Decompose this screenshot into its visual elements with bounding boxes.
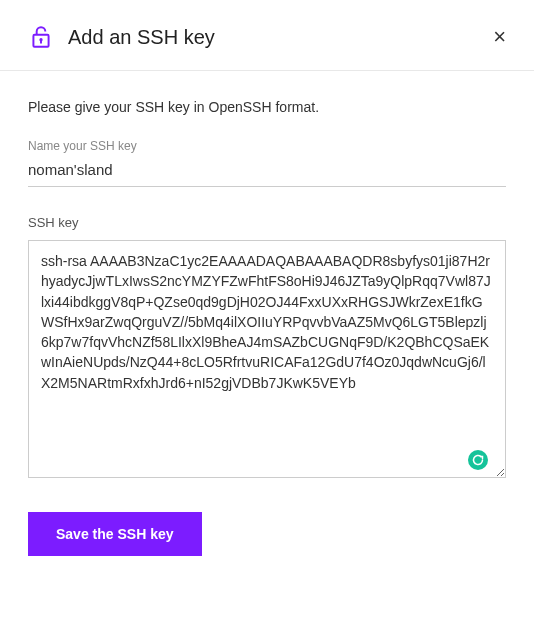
ssh-key-name-input[interactable]: [28, 157, 506, 187]
add-ssh-key-modal: Add an SSH key × Please give your SSH ke…: [0, 0, 534, 619]
save-ssh-key-button[interactable]: Save the SSH key: [28, 512, 202, 556]
modal-body: Please give your SSH key in OpenSSH form…: [0, 71, 534, 619]
unlock-key-icon: [28, 24, 54, 50]
modal-title: Add an SSH key: [68, 26, 493, 49]
close-button[interactable]: ×: [493, 26, 506, 48]
modal-header: Add an SSH key ×: [0, 0, 534, 71]
ssh-field-label: SSH key: [28, 215, 506, 230]
name-field-label: Name your SSH key: [28, 139, 506, 153]
instruction-text: Please give your SSH key in OpenSSH form…: [28, 99, 506, 115]
grammarly-icon[interactable]: [468, 450, 488, 470]
ssh-key-textarea[interactable]: [28, 240, 506, 478]
ssh-textarea-wrapper: [28, 240, 506, 482]
